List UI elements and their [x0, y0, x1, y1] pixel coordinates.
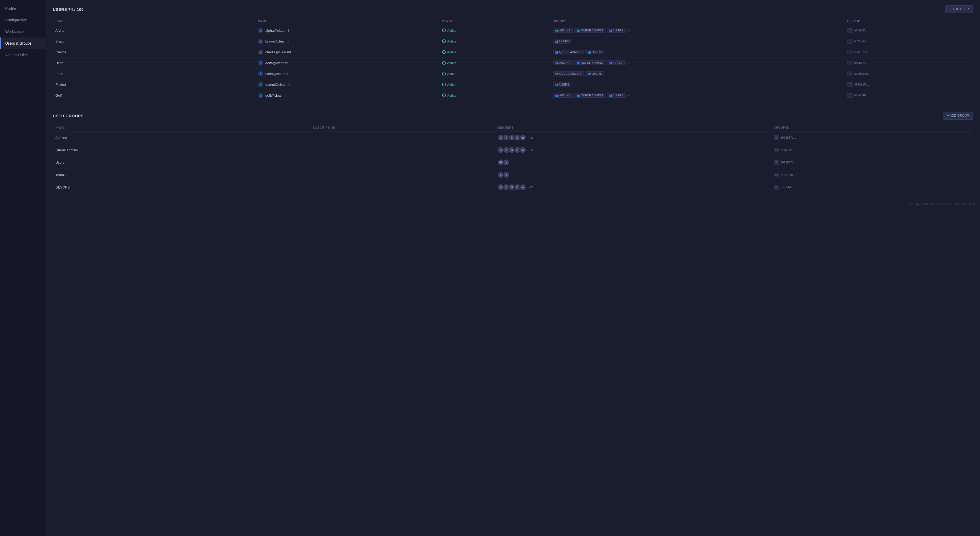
user-name: 👤alpha@clear.ml	[255, 25, 439, 36]
user-avatar-icon: 👤	[258, 38, 263, 44]
status-icon	[442, 61, 446, 65]
user-name: 👤delta@clear.ml	[255, 57, 439, 69]
status-icon	[442, 29, 446, 32]
sidebar-item-access-rules[interactable]: Access Rules	[0, 49, 46, 61]
group-id: ID30795571...	[771, 156, 974, 169]
group-id-badge: ID	[773, 136, 780, 140]
add-user-button[interactable]: + ADD USER	[945, 5, 974, 13]
member-avatar: n	[519, 184, 526, 191]
group-id: IDfc7cb149...	[771, 181, 974, 193]
group-tag: 👥QUEUE ADMINS	[553, 71, 584, 76]
group-members: GIGOn+42	[495, 131, 771, 144]
group-tag: 👥QUEUE ADMINS	[553, 49, 584, 54]
group-tag: 👥ADMINS	[553, 28, 573, 33]
user-email: Foxtrot	[53, 79, 255, 90]
sidebar: Profile Configuration Workspace Users & …	[0, 0, 46, 536]
user-row[interactable]: Alpha👤alpha@clear.mlActive👥ADMINS👥QUEUE …	[53, 25, 974, 36]
group-id-badge: ID	[773, 185, 780, 190]
group-tag: 👥ADMINS	[553, 93, 573, 98]
sidebar-item-users-groups[interactable]: Users & Groups	[0, 37, 46, 49]
col-header-gname: NAME	[53, 124, 311, 131]
add-group-button[interactable]: + ADD GROUP	[943, 112, 974, 120]
group-tag: 👥USERS	[553, 82, 572, 87]
id-badge: ID	[847, 39, 853, 43]
group-tag: 👥USERS	[585, 49, 604, 54]
group-name: Admins	[53, 131, 311, 144]
user-groups: 👥QUEUE ADMINS👥USERS	[550, 47, 845, 57]
user-row[interactable]: Golf👤golf@clear.mlActive👥ADMINS👥QUEUE AD…	[53, 90, 974, 101]
group-icon: 👥	[587, 72, 591, 75]
user-name: 👤charlie@clear.ml	[255, 47, 439, 57]
col-header-userid: USER ID	[845, 18, 974, 25]
user-row[interactable]: Foxtrot👤foxtrot@clear.mlActive👥USERSID38…	[53, 79, 974, 90]
group-row[interactable]: Queue adminsGIGOn+36IDc14a3cc6...	[53, 144, 974, 156]
user-groups: 👥USERS	[550, 36, 845, 47]
group-row[interactable]: DEVOPSGIGOn+42IDfc7cb149...	[53, 181, 974, 193]
user-row[interactable]: Echo👤echo@clear.mlActive👥QUEUE ADMINS👥US…	[53, 69, 974, 79]
user-id: IDbc22fab7...	[845, 36, 974, 47]
footer: WebApp: 3.16-922 • Server: 3.16.0-959 • …	[46, 199, 980, 209]
user-email: Charlie	[53, 47, 255, 57]
status-icon	[442, 94, 446, 97]
sidebar-item-profile[interactable]: Profile	[0, 3, 46, 14]
group-members: GIGOn+42	[495, 181, 771, 193]
user-row[interactable]: Bravo👤bravo@clear.mlActive👥USERSIDbc22fa…	[53, 36, 974, 47]
group-icon: 👥	[555, 62, 558, 64]
group-id: IDe106769e...	[771, 169, 974, 181]
member-avatar: n	[519, 147, 526, 153]
group-id-badge: ID	[773, 148, 780, 152]
group-name: Queue admins	[53, 144, 311, 156]
user-avatar-icon: 👤	[258, 28, 263, 33]
sidebar-item-workspace[interactable]: Workspace	[0, 26, 46, 37]
col-header-name: NAME	[255, 18, 439, 25]
group-description	[311, 169, 495, 181]
user-email: Delta	[53, 57, 255, 69]
group-tag: 👥QUEUE ADMINS	[574, 61, 605, 65]
group-icon: 👥	[576, 62, 580, 64]
group-members: GIGOn+36	[495, 144, 771, 156]
group-row[interactable]: AdminsGIGOn+42ID30795571...	[53, 131, 974, 144]
user-name: 👤bravo@clear.ml	[255, 36, 439, 47]
user-status: Active	[439, 25, 550, 36]
col-header-email: EMAIL	[53, 18, 255, 25]
group-id-badge: ID	[773, 173, 780, 177]
users-section: USERS 74 / 100 + ADD USER EMAIL NAME STA…	[46, 0, 980, 107]
id-badge: ID	[847, 72, 853, 76]
groups-plus-badge: +1	[628, 94, 631, 97]
user-status: Active	[439, 47, 550, 57]
group-description	[311, 181, 495, 193]
group-tag: 👥USERS	[607, 93, 626, 98]
user-row[interactable]: Delta👤delta@clear.mlActive👥ADMINS👥QUEUE …	[53, 57, 974, 69]
status-icon	[442, 83, 446, 86]
user-status: Active	[439, 90, 550, 101]
user-avatar-icon: 👤	[258, 60, 263, 65]
members-count: +36	[528, 148, 533, 152]
main-content: USERS 74 / 100 + ADD USER EMAIL NAME STA…	[46, 0, 980, 536]
group-tag: 👥USERS	[585, 71, 604, 76]
status-icon	[442, 39, 446, 43]
groups-plus-badge: +1	[628, 61, 631, 64]
sidebar-item-configuration[interactable]: Configuration	[0, 14, 46, 26]
group-members: 67)	[495, 156, 771, 169]
group-icon: 👥	[555, 29, 558, 32]
user-status: Active	[439, 69, 550, 79]
users-table-header-row: EMAIL NAME STATUS GROUPS USER ID	[53, 18, 974, 25]
id-badge: ID	[847, 82, 853, 87]
group-icon: 👥	[609, 94, 612, 97]
group-tag: 👥USERS	[607, 61, 626, 65]
group-icon: 👥	[555, 72, 558, 75]
user-groups: 👥QUEUE ADMINS👥USERS	[550, 69, 845, 79]
user-avatar-icon: 👤	[258, 82, 263, 87]
groups-section-header: USER GROUPS + ADD GROUP	[53, 112, 974, 120]
group-icon: 👥	[555, 83, 558, 86]
members-count: +42	[528, 136, 533, 139]
user-groups: 👥USERS	[550, 79, 845, 90]
user-avatar-icon: 👤	[258, 71, 263, 76]
group-row[interactable]: Users67)ID30795571...	[53, 156, 974, 169]
group-row[interactable]: Team 1adIDe106769e...	[53, 169, 974, 181]
users-table: EMAIL NAME STATUS GROUPS USER ID Alpha👤a…	[53, 18, 974, 101]
footer-text: WebApp: 3.16-922 • Server: 3.16.0-959 • …	[910, 203, 975, 206]
group-icon: 👥	[555, 40, 558, 43]
user-row[interactable]: Charlie👤charlie@clear.mlActive👥QUEUE ADM…	[53, 47, 974, 57]
status-icon	[442, 72, 446, 75]
